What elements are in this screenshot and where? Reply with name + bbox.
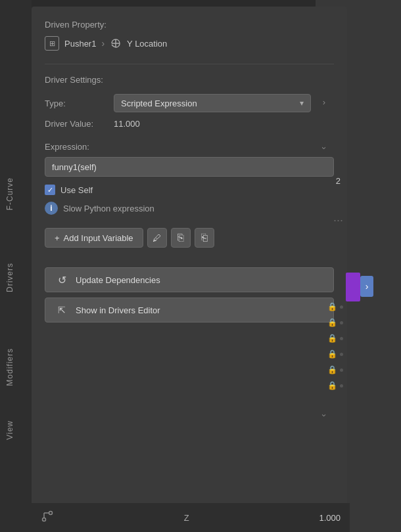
main-panel: Driven Property: ⊞ Pusher1 › Y Location … [32, 7, 347, 506]
purple-bar [346, 273, 360, 301]
eyedropper-icon: 🖊 [153, 233, 161, 243]
type-dropdown[interactable]: Scripted Expression ▾ [114, 94, 311, 112]
update-dependencies-label: Update Dependencies [76, 275, 160, 285]
check-icon: ✓ [47, 187, 53, 194]
scroll-down-icon[interactable]: › [319, 146, 329, 149]
driver-settings-title: Driver Settings: [45, 75, 334, 85]
type-label: Type: [45, 99, 107, 108]
lock-icons-column: 🔒 🔒 🔒 🔒 🔒 🔒 [327, 302, 343, 390]
refresh-icon: ↺ [55, 273, 69, 287]
type-row: Type: Scripted Expression ▾ [45, 94, 334, 112]
info-row: i Slow Python expression [45, 202, 334, 215]
right-number: 2 [336, 176, 341, 186]
dot-3 [340, 337, 343, 340]
lock-row-3: 🔒 [327, 334, 343, 343]
driver-value-label: Driver Value: [45, 119, 107, 129]
lock-icon-4: 🔒 [327, 349, 337, 359]
property-name[interactable]: Y Location [127, 39, 167, 49]
driven-property-row: ⊞ Pusher1 › Y Location [45, 36, 334, 51]
lock-icon-2: 🔒 [327, 318, 337, 327]
property-icon [110, 37, 122, 49]
sidebar-item-modifiers[interactable]: Modifiers [5, 348, 14, 386]
channel-chevron-button[interactable]: › [360, 276, 373, 297]
info-text: Slow Python expression [63, 204, 154, 213]
lock-row-4: 🔒 [327, 349, 343, 359]
update-dependencies-button[interactable]: ↺ Update Dependencies [45, 267, 334, 292]
info-icon: i [45, 202, 58, 215]
chevron-down-icon: ▾ [300, 99, 304, 108]
z-value: 1.000 [319, 513, 341, 523]
add-variable-button[interactable]: + Add Input Variable [45, 228, 143, 248]
plus-icon: + [55, 233, 60, 243]
sidebar-item-drivers[interactable]: Drivers [5, 263, 14, 292]
expression-section: Expression: [45, 142, 334, 177]
driven-property-title: Driven Property: [45, 20, 334, 30]
divider-1 [45, 64, 334, 64]
lock-icon-6: 🔒 [327, 381, 337, 390]
z-label: Z [184, 513, 189, 523]
lock-row-6: 🔒 [327, 381, 343, 390]
dot-5 [340, 368, 343, 372]
lock-row-2: 🔒 [327, 318, 343, 327]
add-variable-row: + Add Input Variable 🖊 ⎘ ⎗ [45, 228, 334, 248]
driver-value-row: Driver Value: 11.000 [45, 119, 334, 129]
paste-button[interactable]: ⎗ [195, 228, 214, 248]
lock-row-5: 🔒 [327, 365, 343, 374]
use-self-row: ✓ Use Self [45, 185, 334, 195]
dot-6 [340, 384, 343, 388]
dot-1 [340, 305, 343, 309]
arrow-icon: › [101, 38, 105, 49]
dot-2 [340, 321, 343, 324]
transform-icon [41, 510, 54, 526]
paste-icon: ⎗ [201, 232, 208, 244]
use-self-label: Use Self [60, 185, 93, 195]
driver-value: 11.000 [114, 119, 140, 129]
add-variable-label: Add Input Variable [64, 233, 133, 243]
eyedropper-button[interactable]: 🖊 [147, 228, 167, 248]
expression-input[interactable] [45, 157, 334, 177]
show-drivers-label: Show in Drivers Editor [76, 305, 160, 315]
copy-button[interactable]: ⎘ [171, 228, 191, 248]
copy-icon: ⎘ [177, 232, 184, 244]
lock-icon-5: 🔒 [327, 365, 337, 374]
show-drivers-editor-button[interactable]: ⇱ Show in Drivers Editor [45, 298, 334, 322]
sidebar-item-view[interactable]: View [5, 420, 14, 440]
object-name[interactable]: Pusher1 [64, 39, 96, 49]
type-dropdown-value: Scripted Expression [121, 99, 197, 108]
dots-decoration: ··· [333, 213, 343, 227]
svg-point-2 [43, 518, 46, 521]
lock-icon-3: 🔒 [327, 334, 337, 343]
sidebar-item-fcurve[interactable]: F-Curve [5, 177, 14, 210]
right-panel: › › 2 ··· › 🔒 🔒 🔒 🔒 🔒 🔒 [316, 0, 401, 532]
bottom-bar: Z 1.000 [32, 503, 350, 532]
scroll-right-icon[interactable]: › [323, 97, 325, 107]
use-self-checkbox[interactable]: ✓ [45, 185, 55, 195]
lock-row-1: 🔒 [327, 302, 343, 311]
svg-point-3 [49, 511, 53, 514]
scroll-down-bottom-icon[interactable]: › [319, 414, 329, 416]
lock-icon-1: 🔒 [327, 302, 337, 311]
drivers-editor-icon: ⇱ [55, 303, 69, 317]
dot-4 [340, 353, 343, 356]
expression-label: Expression: [45, 142, 334, 152]
object-icon: ⊞ [45, 36, 59, 51]
